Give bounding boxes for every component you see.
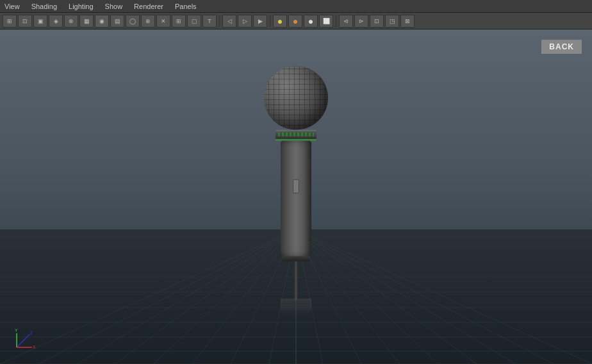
show-hud-btn[interactable]: ▢ — [187, 15, 201, 28]
mic-body — [281, 141, 311, 256]
lasso-tool-btn[interactable]: ⊡ — [18, 15, 32, 28]
menu-renderer[interactable]: Renderer — [132, 2, 165, 11]
sep1 — [219, 15, 220, 27]
light1-btn[interactable]: ● — [273, 15, 287, 28]
menu-shading[interactable]: Shading — [29, 2, 59, 11]
mic-collar — [275, 130, 317, 139]
svg-line-28 — [17, 335, 29, 347]
paint-select-btn[interactable]: ▣ — [33, 15, 47, 28]
mic-reflection — [281, 299, 311, 318]
bounding-btn[interactable]: ✕ — [156, 15, 170, 28]
cam-right-btn[interactable]: ⊳ — [354, 15, 368, 28]
menu-lighting[interactable]: Lighting — [67, 2, 95, 11]
next-frame-btn[interactable]: ▷ — [238, 15, 252, 28]
wire-btn[interactable]: ▦ — [79, 15, 94, 28]
mic-model — [264, 66, 328, 318]
play-btn[interactable]: ▶ — [253, 15, 267, 28]
light2-btn[interactable]: ● — [288, 15, 302, 28]
menu-show[interactable]: Show — [103, 2, 125, 11]
show-grid-btn[interactable]: ⊞ — [172, 15, 186, 28]
menu-view[interactable]: View — [3, 2, 22, 11]
prev-frame-btn[interactable]: ◁ — [222, 15, 236, 28]
svg-text:Z: Z — [30, 331, 33, 335]
smooth-btn[interactable]: ▤ — [110, 15, 124, 28]
img-plane-btn[interactable]: T — [202, 15, 217, 28]
svg-text:X: X — [33, 345, 36, 349]
sep2 — [270, 15, 270, 27]
mic-pole — [294, 261, 298, 300]
cam-front-btn[interactable]: ◳ — [385, 15, 399, 28]
back-button[interactable]: BACK — [541, 40, 582, 54]
svg-text:Y: Y — [15, 328, 18, 333]
menu-panels[interactable]: Panels — [173, 2, 199, 11]
sep3 — [336, 15, 336, 27]
isolate-btn[interactable]: ⊕ — [141, 15, 155, 28]
cam-share-btn[interactable]: ⊠ — [400, 15, 415, 28]
mic-head — [264, 66, 328, 130]
light-box-btn[interactable]: ⬜ — [319, 15, 333, 28]
xray-btn[interactable]: ◯ — [126, 15, 140, 28]
viewport[interactable]: BACK Z Y X — [0, 29, 592, 364]
soft-select-btn[interactable]: ◈ — [49, 15, 63, 28]
loop-btn[interactable]: ⊗ — [64, 15, 78, 28]
shaded-btn[interactable]: ◉ — [95, 15, 109, 28]
mic-base — [282, 256, 310, 261]
axis-indicator: Z Y X — [10, 328, 36, 354]
select-tool-btn[interactable]: ⊞ — [3, 15, 17, 28]
light3-btn[interactable]: ● — [304, 15, 318, 28]
menu-bar: View Shading Lighting Show Renderer Pane… — [0, 0, 592, 13]
toolbar: ⊞ ⊡ ▣ ◈ ⊗ ▦ ◉ ▤ ◯ ⊕ ✕ ⊞ ▢ T ◁ ▷ ▶ ● ● ● … — [0, 13, 592, 29]
cam-left-btn[interactable]: ⊲ — [339, 15, 353, 28]
cam-top-btn[interactable]: ⊡ — [370, 15, 384, 28]
